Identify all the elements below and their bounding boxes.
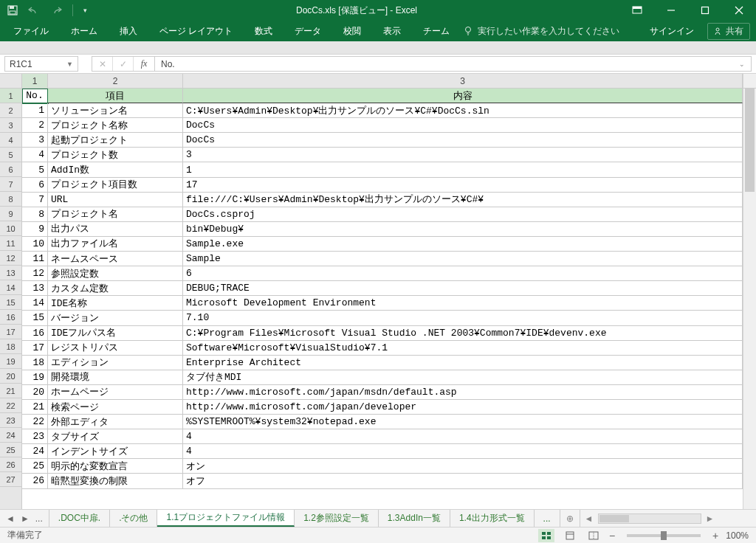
cell-value[interactable]: オフ — [183, 474, 743, 488]
cell-item[interactable]: インデントサイズ — [48, 444, 183, 459]
row-header[interactable]: 3 — [0, 118, 21, 133]
cell-item[interactable]: 参照設定数 — [48, 266, 183, 281]
select-all-corner[interactable] — [0, 74, 22, 88]
redo-icon[interactable] — [50, 6, 62, 15]
row-header[interactable]: 22 — [0, 398, 21, 413]
new-sheet-button[interactable]: ⊕ — [560, 510, 580, 527]
cell-no[interactable]: 23 — [22, 429, 48, 444]
cell-no[interactable]: 22 — [22, 415, 48, 429]
cell-value[interactable]: bin¥Debug¥ — [183, 222, 743, 237]
ribbon-tab-team[interactable]: チーム — [414, 21, 458, 41]
cell-no[interactable]: 3 — [22, 133, 48, 148]
cell-item[interactable]: 外部エディタ — [48, 415, 183, 429]
row-header[interactable]: 24 — [0, 428, 21, 443]
row-header[interactable]: 25 — [0, 443, 21, 457]
row-header[interactable]: 11 — [0, 236, 21, 251]
cell-no[interactable]: 2 — [22, 118, 48, 133]
cell-item[interactable]: ネームスペース — [48, 252, 183, 266]
cell-no[interactable]: 16 — [22, 326, 48, 341]
qat-customize-icon[interactable]: ▾ — [83, 7, 87, 14]
cell-value[interactable]: 6 — [183, 266, 743, 281]
row-header[interactable]: 18 — [0, 339, 21, 354]
sheet-tab[interactable]: 1.3AddIn一覧 — [379, 510, 450, 527]
cell-no[interactable]: 5 — [22, 162, 48, 177]
cell-item[interactable]: レジストリパス — [48, 341, 183, 356]
row-header[interactable]: 8 — [0, 192, 21, 207]
sheet-tab-active[interactable]: 1.1プロジェクトファイル情報 — [157, 510, 295, 527]
cell-value[interactable]: Enterprise Architect — [183, 356, 743, 370]
maximize-icon[interactable] — [688, 0, 722, 21]
row-header[interactable]: 14 — [0, 280, 21, 295]
tab-scroll-left-icon[interactable]: ◄ — [4, 513, 16, 524]
tell-me-search[interactable]: 実行したい作業を入力してください — [463, 25, 619, 38]
cell-no[interactable]: 9 — [22, 222, 48, 237]
cell-no[interactable]: 26 — [22, 474, 48, 488]
cell-item[interactable]: ホームページ — [48, 385, 183, 400]
header-cell-content[interactable]: 内容 — [183, 89, 743, 103]
enter-formula-icon[interactable]: ✓ — [113, 57, 134, 71]
row-header[interactable]: 26 — [0, 457, 21, 472]
row-header[interactable]: 6 — [0, 162, 21, 177]
column-header-2[interactable]: 2 — [48, 74, 183, 88]
cell-item[interactable]: タブサイズ — [48, 429, 183, 444]
header-cell-no[interactable]: No. — [22, 89, 48, 103]
cell-value[interactable]: 1 — [183, 162, 743, 177]
cell-no[interactable]: 7 — [22, 193, 48, 207]
ribbon-tab-view[interactable]: 表示 — [374, 21, 410, 41]
row-header[interactable]: 9 — [0, 207, 21, 221]
insert-function-icon[interactable]: fx — [134, 57, 154, 71]
tab-scroll-right-icon[interactable]: ► — [19, 513, 31, 524]
minimize-icon[interactable] — [654, 0, 688, 21]
cell-value[interactable]: Sample — [183, 252, 743, 266]
zoom-knob[interactable] — [661, 531, 667, 540]
column-header-3[interactable]: 3 — [183, 74, 743, 88]
view-normal-icon[interactable] — [538, 529, 554, 542]
zoom-in-icon[interactable]: + — [712, 530, 718, 542]
cell-value[interactable]: http://www.microsoft.com/japan/developer — [183, 400, 743, 415]
cell-value[interactable]: %SYSTEMROOT%¥system32¥notepad.exe — [183, 415, 743, 429]
cell-value[interactable]: C:¥Program Files¥Microsoft Visual Studio… — [183, 326, 743, 341]
ribbon-tab-review[interactable]: 校閲 — [334, 21, 370, 41]
sheet-tab[interactable]: .DOC中扉. — [49, 510, 110, 527]
ribbon-tab-home[interactable]: ホーム — [62, 21, 106, 41]
row-header[interactable]: 21 — [0, 384, 21, 398]
undo-icon[interactable] — [28, 6, 40, 15]
sheet-tab[interactable]: 1.2参照設定一覧 — [295, 510, 379, 527]
ribbon-tab-file[interactable]: ファイル — [6, 21, 58, 41]
cell-value[interactable]: Software¥Microsoft¥VisualStudio¥7.1 — [183, 341, 743, 356]
cell-no[interactable]: 21 — [22, 400, 48, 415]
cell-value[interactable]: DEBUG;TRACE — [183, 281, 743, 296]
row-header[interactable]: 4 — [0, 133, 21, 148]
row-header[interactable]: 10 — [0, 221, 21, 236]
expand-formula-bar-icon[interactable]: ⌄ — [739, 60, 745, 68]
cell-no[interactable]: 4 — [22, 148, 48, 162]
cell-value[interactable]: DocCs.csproj — [183, 207, 743, 222]
ribbon-tab-formulas[interactable]: 数式 — [246, 21, 281, 41]
cell-item[interactable]: IDE名称 — [48, 296, 183, 311]
row-header[interactable]: 15 — [0, 295, 21, 310]
sheet-tab[interactable]: .その他 — [110, 510, 157, 527]
zoom-out-icon[interactable]: − — [609, 530, 615, 542]
ribbon-tab-insert[interactable]: 挿入 — [111, 21, 146, 41]
column-header-1[interactable]: 1 — [22, 74, 48, 88]
row-header[interactable]: 16 — [0, 310, 21, 325]
cell-no[interactable]: 17 — [22, 341, 48, 356]
vscroll-thumb[interactable] — [745, 89, 755, 192]
cell-value[interactable]: 7.10 — [183, 311, 743, 325]
ribbon-display-options-icon[interactable] — [620, 0, 654, 21]
hscroll-left-icon[interactable]: ◄ — [585, 513, 594, 524]
row-header[interactable]: 1 — [0, 89, 21, 103]
row-header[interactable]: 17 — [0, 325, 21, 339]
close-icon[interactable] — [722, 0, 756, 21]
cells-area[interactable]: No.項目内容1ソリューション名C:¥Users¥Admin¥Desktop¥出… — [22, 89, 743, 509]
cell-no[interactable]: 18 — [22, 356, 48, 370]
cell-item[interactable]: 出力ファイル名 — [48, 237, 183, 252]
row-header[interactable]: 2 — [0, 103, 21, 118]
name-box[interactable]: R1C1 ▼ — [4, 56, 78, 72]
tab-overflow[interactable]: ... — [535, 510, 560, 527]
cell-item[interactable]: プロジェクト数 — [48, 148, 183, 162]
cell-item[interactable]: 出力パス — [48, 222, 183, 237]
zoom-level[interactable]: 100% — [726, 530, 749, 541]
row-header[interactable]: 19 — [0, 354, 21, 369]
cell-value[interactable]: http://www.microsoft.com/japan/msdn/defa… — [183, 385, 743, 400]
